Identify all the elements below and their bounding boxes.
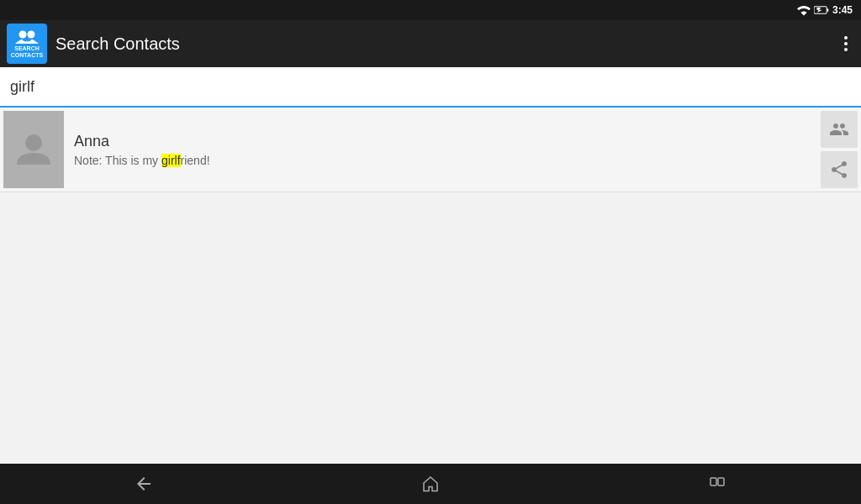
svg-rect-1: [827, 8, 829, 11]
search-input[interactable]: [10, 78, 851, 96]
back-icon: [134, 474, 154, 494]
app-icon-label: SEARCH CONTACTS: [11, 45, 43, 58]
battery-icon: [814, 5, 829, 15]
svg-point-2: [19, 31, 27, 39]
home-button[interactable]: [387, 467, 474, 501]
overflow-menu-button[interactable]: [837, 29, 854, 58]
overflow-dot-3: [844, 48, 848, 51]
home-icon: [420, 474, 441, 494]
note-suffix: riend!: [181, 154, 210, 167]
svg-rect-5: [710, 478, 716, 486]
avatar: [3, 111, 64, 188]
table-row: Anna Note: This is my girlfriend!: [0, 108, 861, 192]
contact-actions: [817, 108, 861, 192]
app-title: Search Contacts: [55, 34, 829, 54]
share-button[interactable]: [821, 151, 858, 188]
contact-note: Note: This is my girlfriend!: [74, 154, 811, 167]
content-area: Anna Note: This is my girlfriend!: [0, 108, 861, 464]
search-bar: [0, 67, 861, 108]
wifi-icon: [797, 4, 811, 16]
status-bar: 3:45: [0, 0, 861, 20]
contact-info: Anna Note: This is my girlfriend!: [67, 108, 817, 192]
app-icon: SEARCH CONTACTS: [7, 24, 47, 64]
overflow-dot-2: [844, 42, 848, 45]
note-prefix: Note: This is my: [74, 154, 161, 167]
add-to-group-button[interactable]: [821, 111, 858, 148]
app-bar: SEARCH CONTACTS Search Contacts: [0, 20, 861, 67]
back-button[interactable]: [100, 467, 188, 501]
svg-rect-6: [718, 478, 724, 486]
svg-point-3: [28, 31, 35, 39]
clock: 3:45: [832, 4, 853, 16]
recents-icon: [707, 474, 727, 494]
svg-point-4: [25, 134, 42, 151]
overflow-dot-1: [844, 36, 848, 39]
note-highlight: girlf: [161, 154, 181, 167]
bottom-nav-bar: [0, 464, 861, 504]
contact-name: Anna: [74, 133, 811, 150]
status-icons: 3:45: [797, 4, 853, 16]
recents-button[interactable]: [673, 467, 761, 501]
